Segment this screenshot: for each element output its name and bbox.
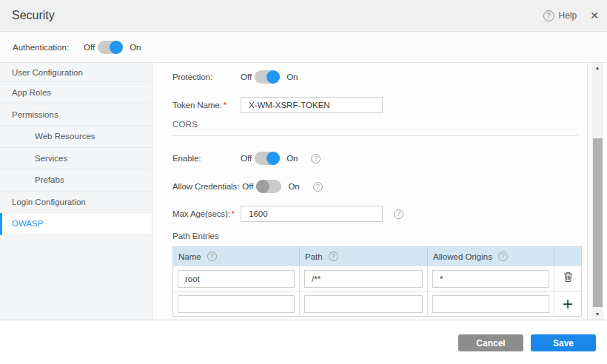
- sidebar-item-app-roles[interactable]: App Roles: [0, 82, 152, 104]
- max-age-input[interactable]: [241, 206, 383, 222]
- allow-credentials-label: Allow Credentials:: [172, 182, 242, 191]
- enable-off-label: Off: [241, 154, 252, 163]
- cors-divider: [172, 135, 578, 136]
- cell-path: [300, 266, 428, 291]
- cell-name: [173, 291, 300, 316]
- cell-path: [300, 291, 428, 316]
- sidebar-item-login-configuration[interactable]: Login Configuration: [0, 192, 152, 214]
- path-entries-table: Name? Path? Allowed Origins? +: [172, 246, 582, 317]
- help-icon[interactable]: ?: [543, 10, 554, 21]
- max-age-row: Max Age(secs):* ?: [172, 206, 403, 222]
- cell-allowed_origins: [428, 266, 554, 291]
- authentication-on-label: On: [130, 43, 141, 52]
- sidebar-item-permissions[interactable]: Permissions: [0, 104, 152, 127]
- enable-help-icon[interactable]: ?: [311, 154, 321, 164]
- sidebar-item-services[interactable]: Services: [0, 148, 152, 170]
- protection-on-label: On: [286, 73, 298, 81]
- scrollbar-track[interactable]: ▲ ▼: [591, 63, 603, 320]
- allow-credentials-off-label: Off: [242, 182, 253, 191]
- name-cell-input[interactable]: [178, 295, 295, 313]
- cell-actions: [554, 266, 581, 291]
- table-row: +: [173, 291, 581, 316]
- authentication-row: Authentication: Off On: [0, 32, 607, 63]
- table-header-actions: [554, 247, 581, 266]
- token-name-label: Token Name:*: [172, 101, 241, 109]
- max-age-help-icon[interactable]: ?: [394, 209, 403, 219]
- allow-credentials-on-label: On: [288, 182, 299, 191]
- dialog-footer: Cancel Save: [0, 320, 607, 364]
- cell-allowed_origins: [428, 291, 554, 316]
- sidebar-item-web-resources[interactable]: Web Resources: [0, 126, 152, 148]
- cell-name: [173, 266, 300, 291]
- protection-label: Protection:: [172, 73, 241, 81]
- cors-enable-row: Enable: Off On ?: [172, 152, 321, 165]
- sidebar-item-owasp[interactable]: OWASP: [0, 213, 152, 235]
- security-dialog: Security ? Help ✕ Authentication: Off On…: [0, 0, 607, 364]
- scroll-up-icon[interactable]: ▲: [591, 63, 603, 73]
- name-cell-input[interactable]: [178, 270, 295, 288]
- max-age-label: Max Age(secs):*: [172, 209, 241, 218]
- path-help-icon[interactable]: ?: [329, 252, 338, 261]
- scrollbar-thumb[interactable]: [593, 138, 603, 307]
- enable-label: Enable:: [172, 154, 241, 163]
- path-entries-label: Path Entries: [172, 232, 219, 240]
- page-title: Security: [12, 9, 55, 22]
- protection-toggle[interactable]: [255, 70, 280, 84]
- name-help-icon[interactable]: ?: [207, 252, 217, 261]
- path-cell-input[interactable]: [304, 270, 423, 288]
- add-row-button[interactable]: +: [563, 295, 573, 313]
- allowed-origins-help-icon[interactable]: ?: [498, 252, 508, 261]
- enable-toggle[interactable]: [255, 152, 280, 165]
- allow-credentials-toggle[interactable]: [256, 180, 281, 193]
- authentication-toggle[interactable]: [98, 41, 123, 54]
- authentication-label: Authentication:: [13, 43, 84, 52]
- allowed_origins-cell-input[interactable]: [432, 270, 549, 288]
- sidebar-item-prefabs[interactable]: Prefabs: [0, 169, 152, 192]
- content-panel: Protection: Off On Token Name:* CORS Ena…: [152, 63, 588, 320]
- token-name-row: Token Name:*: [172, 97, 383, 113]
- table-row: [173, 266, 581, 291]
- close-icon[interactable]: ✕: [590, 10, 599, 21]
- required-asterisk: *: [232, 209, 235, 218]
- table-header-name: Name?: [173, 247, 300, 266]
- protection-row: Protection: Off On: [172, 70, 298, 84]
- trash-icon: [563, 272, 573, 283]
- enable-on-label: On: [286, 154, 298, 163]
- protection-off-label: Off: [241, 73, 252, 81]
- save-button[interactable]: Save: [531, 334, 596, 351]
- scrollbar-zone: ▲ ▼: [588, 63, 607, 320]
- token-name-input[interactable]: [241, 97, 383, 113]
- cell-actions: +: [554, 291, 581, 316]
- cors-section-title: CORS: [172, 120, 198, 129]
- allow-credentials-help-icon[interactable]: ?: [313, 182, 323, 192]
- authentication-off-label: Off: [84, 43, 95, 52]
- allow-credentials-row: Allow Credentials: Off On ?: [172, 180, 323, 193]
- cancel-button[interactable]: Cancel: [458, 334, 523, 351]
- dialog-header: Security ? Help ✕: [0, 0, 607, 32]
- delete-row-button[interactable]: [563, 272, 573, 286]
- table-header-row: Name? Path? Allowed Origins?: [173, 247, 581, 266]
- help-link[interactable]: Help: [559, 10, 577, 21]
- table-header-path: Path?: [300, 247, 428, 266]
- table-header-allowed-origins: Allowed Origins?: [428, 247, 554, 266]
- sidebar-item-user-configuration[interactable]: User Configuration: [0, 63, 152, 82]
- allowed_origins-cell-input[interactable]: [432, 295, 549, 313]
- path-cell-input[interactable]: [304, 295, 423, 313]
- required-asterisk: *: [224, 101, 227, 109]
- scroll-down-icon[interactable]: ▼: [591, 309, 603, 320]
- sidebar: User ConfigurationApp RolesPermissionsWe…: [0, 63, 152, 320]
